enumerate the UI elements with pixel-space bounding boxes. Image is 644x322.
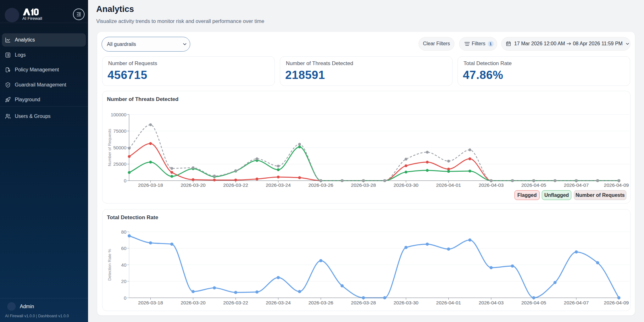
svg-text:100000: 100000 bbox=[111, 112, 126, 117]
svg-text:80: 80 bbox=[121, 229, 126, 235]
svg-text:2026-04-09: 2026-04-09 bbox=[604, 300, 629, 305]
svg-text:2026-03-26: 2026-03-26 bbox=[308, 182, 333, 188]
svg-text:2026-04-05: 2026-04-05 bbox=[521, 300, 546, 305]
svg-text:2026-03-30: 2026-03-30 bbox=[393, 182, 419, 188]
svg-text:2026-04-05: 2026-04-05 bbox=[521, 182, 546, 188]
svg-text:60: 60 bbox=[121, 246, 126, 251]
svg-text:2026-04-07: 2026-04-07 bbox=[564, 300, 589, 305]
svg-text:2026-03-22: 2026-03-22 bbox=[223, 182, 248, 188]
svg-text:2026-04-03: 2026-04-03 bbox=[479, 300, 503, 305]
svg-text:2026-03-20: 2026-03-20 bbox=[180, 300, 206, 305]
svg-text:2026-04-09: 2026-04-09 bbox=[604, 182, 629, 188]
svg-text:2026-03-26: 2026-03-26 bbox=[308, 300, 333, 305]
svg-text:2026-03-20: 2026-03-20 bbox=[180, 182, 206, 188]
svg-text:2026-03-30: 2026-03-30 bbox=[393, 300, 419, 305]
svg-text:40: 40 bbox=[121, 262, 126, 268]
svg-text:2026-03-24: 2026-03-24 bbox=[266, 300, 291, 305]
svg-text:2026-04-01: 2026-04-01 bbox=[436, 300, 461, 305]
svg-text:2026-03-22: 2026-03-22 bbox=[223, 300, 248, 305]
svg-text:2026-03-28: 2026-03-28 bbox=[351, 300, 376, 305]
svg-text:2026-03-24: 2026-03-24 bbox=[266, 182, 291, 188]
svg-text:Number of Requests: Number of Requests bbox=[107, 129, 112, 166]
svg-text:2026-04-07: 2026-04-07 bbox=[564, 182, 589, 188]
svg-text:2026-04-03: 2026-04-03 bbox=[479, 182, 503, 188]
svg-text:75000: 75000 bbox=[113, 128, 126, 134]
svg-text:0: 0 bbox=[124, 295, 126, 301]
svg-text:20: 20 bbox=[121, 279, 126, 284]
svg-text:50000: 50000 bbox=[113, 145, 126, 150]
svg-text:0: 0 bbox=[124, 178, 126, 183]
svg-text:25000: 25000 bbox=[113, 161, 126, 167]
svg-text:Detection Rate %: Detection Rate % bbox=[107, 249, 112, 281]
svg-text:2026-04-01: 2026-04-01 bbox=[436, 182, 461, 188]
svg-text:2026-03-18: 2026-03-18 bbox=[138, 300, 163, 305]
svg-text:2026-03-18: 2026-03-18 bbox=[138, 182, 163, 188]
svg-text:2026-03-28: 2026-03-28 bbox=[351, 182, 376, 188]
